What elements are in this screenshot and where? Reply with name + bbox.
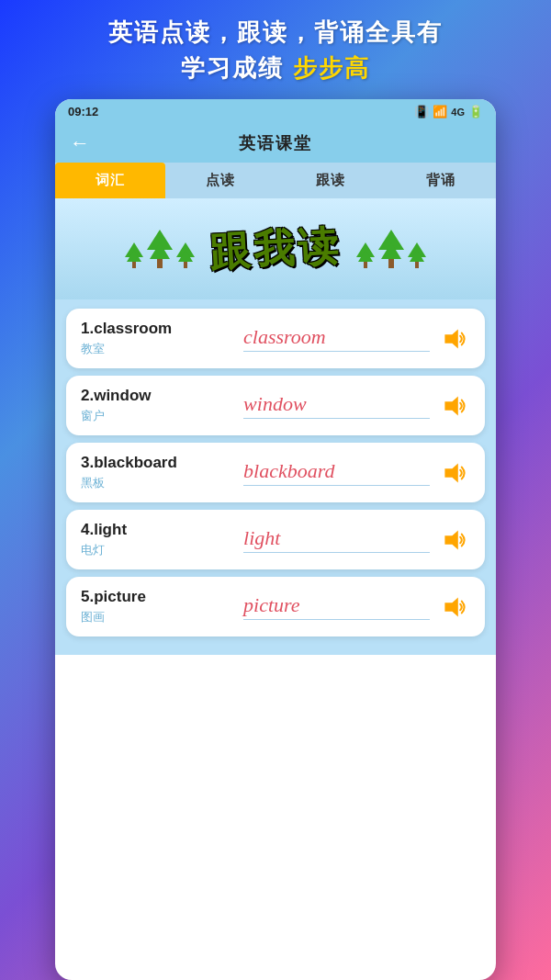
word-english-5: 5.picture — [81, 588, 236, 606]
banner-line1: 英语点读，跟读，背诵全具有 — [9, 17, 542, 49]
word-display-4: light — [236, 526, 437, 553]
svg-marker-1 — [444, 396, 457, 415]
word-chinese-4: 电灯 — [81, 542, 236, 558]
word-info-1: 1.classroom 教室 — [81, 320, 236, 357]
tab-bar: 词汇 点读 跟读 背诵 — [55, 163, 496, 198]
speaker-button-3[interactable] — [437, 456, 470, 490]
trees-right — [356, 230, 426, 268]
speaker-button-1[interactable] — [437, 322, 470, 355]
phone-frame: 09:12 📳 📶 4G 🔋 ← 英语课堂 词汇 点读 跟读 背诵 — [55, 99, 496, 980]
status-bar: 09:12 📳 📶 4G 🔋 — [55, 99, 496, 124]
banner-line2-prefix: 学习成绩 — [181, 54, 284, 82]
tree-small-left — [125, 242, 143, 268]
word-english-2: 2.window — [81, 387, 236, 405]
banner-line2: 学习成绩 步步高 — [9, 52, 542, 84]
tree-top2-sm-left2 — [178, 250, 193, 262]
tree-small-right — [356, 242, 375, 268]
tab-read[interactable]: 点读 — [165, 163, 276, 198]
signal-icon: 4G — [451, 107, 465, 118]
word-card-1: 1.classroom 教室 classroom — [66, 309, 485, 368]
word-chinese-1: 教室 — [81, 341, 236, 357]
tree-top2-sm-right2 — [410, 250, 424, 262]
speaker-icon-5 — [439, 592, 468, 622]
wifi-icon: 📶 — [433, 105, 447, 118]
speaker-button-4[interactable] — [437, 524, 470, 557]
word-card-3: 3.blackboard 黑板 blackboard — [66, 443, 485, 502]
speaker-icon-4 — [439, 525, 468, 555]
word-chinese-5: 图画 — [81, 609, 236, 625]
tree-top2-sm-right — [358, 250, 373, 262]
word-display-1: classroom — [236, 325, 437, 352]
speaker-icon-1 — [439, 324, 468, 354]
tab-recite[interactable]: 背诵 — [386, 163, 496, 198]
vibrate-icon: 📳 — [414, 105, 429, 118]
tab-vocab[interactable]: 词汇 — [55, 163, 165, 198]
speaker-button-2[interactable] — [437, 389, 470, 422]
word-written-4: light — [243, 526, 430, 553]
hero-text: 跟我读 — [208, 219, 343, 279]
status-time: 09:12 — [68, 105, 98, 118]
svg-marker-3 — [444, 530, 457, 549]
word-english-1: 1.classroom — [81, 320, 236, 338]
word-english-3: 3.blackboard — [81, 454, 236, 472]
trees-left — [125, 230, 195, 268]
app-header: ← 英语课堂 — [55, 124, 496, 163]
tree-big-right — [378, 230, 404, 268]
word-display-3: blackboard — [236, 459, 437, 486]
content-area: 跟我读 — [55, 198, 496, 655]
speaker-icon-3 — [439, 458, 468, 488]
word-chinese-2: 窗户 — [81, 408, 236, 424]
tree-top2-big-right — [381, 242, 401, 259]
word-card-4: 4.light 电灯 light — [66, 510, 485, 569]
header-title: 英语课堂 — [239, 132, 312, 154]
word-english-4: 4.light — [81, 521, 236, 539]
status-icons: 📳 📶 4G 🔋 — [414, 105, 483, 118]
tree-trunk-big-right — [388, 259, 394, 268]
word-written-1: classroom — [243, 325, 430, 352]
word-written-2: window — [243, 392, 430, 419]
hero-banner: 跟我读 — [55, 198, 496, 299]
back-button[interactable]: ← — [70, 131, 90, 155]
speaker-icon-2 — [439, 391, 468, 421]
word-info-4: 4.light 电灯 — [81, 521, 236, 558]
word-info-2: 2.window 窗户 — [81, 387, 236, 424]
tree-top2-big-left — [150, 242, 170, 259]
word-chinese-3: 黑板 — [81, 475, 236, 491]
tree-trunk-sm-left2 — [184, 262, 187, 268]
tree-small-right2 — [408, 242, 426, 268]
banner-line2-highlight: 步步高 — [293, 54, 370, 82]
word-info-5: 5.picture 图画 — [81, 588, 236, 625]
word-card-2: 2.window 窗户 window — [66, 376, 485, 435]
tree-trunk-sm-right2 — [415, 262, 419, 268]
tree-top2-sm-left — [127, 250, 141, 262]
top-banner: 英语点读，跟读，背诵全具有 学习成绩 步步高 — [0, 0, 551, 90]
tab-follow[interactable]: 跟读 — [276, 163, 386, 198]
tree-small-left2 — [176, 242, 195, 268]
svg-marker-0 — [444, 329, 457, 348]
svg-marker-4 — [444, 597, 457, 616]
word-list: 1.classroom 教室 classroom 2.window 窗户 — [55, 299, 496, 646]
tree-big-left — [147, 230, 173, 268]
tree-trunk-sm-right — [364, 262, 367, 268]
tree-trunk-sm-left — [132, 262, 136, 268]
speaker-button-5[interactable] — [437, 591, 470, 624]
word-display-2: window — [236, 392, 437, 419]
tree-trunk-big-left — [157, 259, 163, 268]
word-card-5: 5.picture 图画 picture — [66, 577, 485, 636]
word-written-5: picture — [243, 593, 430, 620]
word-display-5: picture — [236, 593, 437, 620]
word-written-3: blackboard — [243, 459, 430, 486]
battery-icon: 🔋 — [468, 105, 483, 118]
svg-marker-2 — [444, 463, 457, 482]
word-info-3: 3.blackboard 黑板 — [81, 454, 236, 491]
